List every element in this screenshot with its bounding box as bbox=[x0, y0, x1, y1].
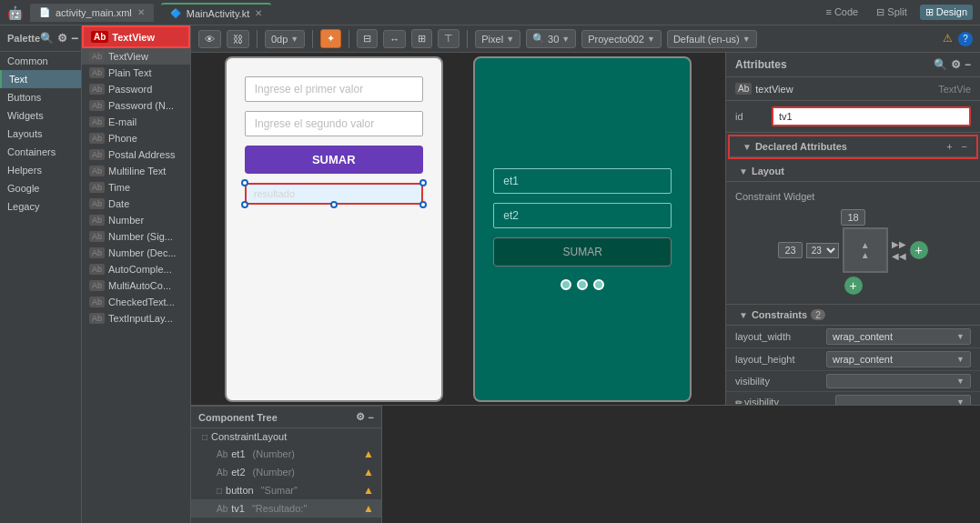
distribute-btn[interactable]: ⊞ bbox=[411, 29, 432, 48]
declared-attributes-header[interactable]: ▼ Declared Attributes + − bbox=[730, 136, 976, 157]
add-bottom-constraint[interactable]: + bbox=[844, 277, 863, 295]
xml-tab-close[interactable]: ✕ bbox=[137, 7, 145, 17]
layout-height-value[interactable]: wrap_content ▼ bbox=[826, 351, 971, 367]
visibility-value[interactable]: ▼ bbox=[826, 374, 971, 388]
widget-item-autocomplete[interactable]: AbAutoComple... bbox=[82, 261, 190, 277]
align-horiz-btn[interactable]: ⊟ bbox=[357, 29, 378, 48]
code-btn[interactable]: ≡ Code bbox=[820, 5, 864, 20]
main-layout: Palette 🔍 ⚙ − CommonTextButtonsWidgetsLa… bbox=[0, 25, 980, 523]
widget-item-label-autocomplete: AutoComple... bbox=[108, 264, 172, 275]
constraints-count-badge: 2 bbox=[811, 309, 825, 320]
tree-item-icon-tv1: Ab bbox=[217, 504, 227, 514]
baseline-btn[interactable]: ⊤ bbox=[438, 29, 460, 48]
visibility2-value[interactable]: ▼ bbox=[835, 395, 971, 405]
widget-item-password[interactable]: AbPassword bbox=[82, 81, 190, 97]
project-dropdown[interactable]: Proyecto002 ▼ bbox=[581, 30, 662, 48]
palette-item-common[interactable]: Common bbox=[0, 52, 81, 70]
declared-minus[interactable]: − bbox=[962, 141, 967, 152]
tree-minus-icon[interactable]: − bbox=[369, 412, 374, 423]
constraints-title: Constraints bbox=[752, 309, 807, 320]
widget-item-date[interactable]: AbDate bbox=[82, 196, 190, 212]
kt-tab-icon: 🔷 bbox=[170, 8, 181, 18]
zoom-dropdown[interactable]: 🔍 30 ▼ bbox=[526, 29, 576, 48]
widget-item-postaladdr[interactable]: AbPostal Address bbox=[82, 146, 190, 163]
tree-item-btn[interactable]: □button"Sumar"▲ bbox=[191, 481, 381, 499]
sumar-label-light: SUMAR bbox=[312, 153, 356, 166]
design-btn[interactable]: ⊞ Design bbox=[920, 5, 973, 20]
palette-item-legacy[interactable]: Legacy bbox=[0, 197, 81, 216]
layout-section-header[interactable]: ▼ Layout bbox=[726, 161, 980, 182]
margin-dropdown[interactable]: 0dp ▼ bbox=[265, 30, 305, 48]
tab-kt[interactable]: 🔷 MainActivity.kt ✕ bbox=[161, 3, 271, 23]
margin-top-value[interactable]: 18 bbox=[841, 209, 864, 226]
widget-item-passwordn[interactable]: AbPassword (N... bbox=[82, 97, 190, 114]
widget-item-multiline[interactable]: AbMultiline Text bbox=[82, 163, 190, 179]
bottom-row: + bbox=[844, 277, 863, 295]
textview-selected-header: Ab TextView bbox=[82, 25, 190, 48]
palette-panel: Palette 🔍 ⚙ − CommonTextButtonsWidgetsLa… bbox=[0, 25, 82, 523]
widget-item-email[interactable]: AbE-mail bbox=[82, 114, 190, 130]
widget-item-time[interactable]: AbTime bbox=[82, 179, 190, 196]
split-btn[interactable]: ⊟ Split bbox=[871, 5, 912, 20]
attr-minus-icon[interactable]: − bbox=[965, 58, 971, 71]
layout-width-row: layout_width wrap_content ▼ bbox=[726, 326, 980, 348]
center-panel: 👁 ⛓ 0dp ▼ ✦ ⊟ ↔ ⊞ ⊤ Pixel ▼ 🔍 30 ▼ bbox=[191, 25, 980, 523]
widget-item-icon-email: Ab bbox=[89, 116, 105, 127]
attr-search-icon[interactable]: 🔍 bbox=[934, 58, 947, 71]
tree-item-et1[interactable]: Abet1(Number)▲ bbox=[191, 445, 381, 463]
palette-item-text[interactable]: Text bbox=[0, 70, 81, 88]
zoom-icon: 🔍 bbox=[532, 33, 545, 45]
android-icon: 🤖 bbox=[7, 5, 23, 20]
tab-xml[interactable]: 📄 activity_main.xml ✕ bbox=[30, 4, 154, 22]
tree-item-tv1[interactable]: Abtv1"Resultado:"▲ bbox=[191, 499, 381, 518]
locale-dropdown[interactable]: Default (en-us) ▼ bbox=[667, 30, 757, 48]
widget-item-numbersig[interactable]: AbNumber (Sig... bbox=[82, 228, 190, 245]
magic-wand-btn[interactable]: ✦ bbox=[320, 29, 341, 48]
margin-left-dropdown[interactable]: 23 bbox=[806, 243, 839, 258]
palette-item-google[interactable]: Google bbox=[0, 179, 81, 197]
add-constraint-btn[interactable]: + bbox=[910, 241, 928, 259]
palette-item-buttons[interactable]: Buttons bbox=[0, 88, 81, 106]
warn-icon[interactable]: ⚠ bbox=[943, 32, 953, 46]
id-input[interactable] bbox=[772, 106, 971, 126]
view-toggle-btn[interactable]: 👁 bbox=[198, 30, 221, 48]
et2-text: et2 bbox=[503, 209, 519, 222]
widget-item-label-textinput: TextInputLay... bbox=[108, 313, 173, 324]
widget-item-icon-multiauto: Ab bbox=[89, 280, 105, 291]
help-icon[interactable]: ? bbox=[958, 32, 973, 46]
constraints-section-header[interactable]: ▼ Constraints 2 bbox=[726, 305, 980, 326]
palette-gear-icon[interactable]: ⚙ bbox=[57, 32, 67, 45]
widget-items-list: AbTextViewAbPlain TextAbPasswordAbPasswo… bbox=[82, 48, 190, 327]
layout-width-value[interactable]: wrap_content ▼ bbox=[826, 328, 971, 345]
widget-item-checkedtext[interactable]: AbCheckedText... bbox=[82, 294, 190, 310]
widget-item-icon-textinput: Ab bbox=[89, 313, 105, 324]
component-tree-header: Component Tree ⚙ − bbox=[191, 407, 381, 428]
connect-btn[interactable]: ⛓ bbox=[227, 30, 249, 48]
palette-search-icon[interactable]: 🔍 bbox=[40, 32, 54, 45]
id-label: id bbox=[735, 111, 763, 122]
margin-left-value[interactable]: 23 bbox=[778, 242, 802, 258]
design-canvas[interactable]: Ingrese el primer valor Ingrese el segun… bbox=[191, 53, 725, 405]
attributes-header: Attributes 🔍 ⚙ − bbox=[726, 53, 980, 77]
tree-gear-icon[interactable]: ⚙ bbox=[356, 411, 365, 423]
attr-gear-icon[interactable]: ⚙ bbox=[951, 58, 961, 71]
tree-item-root[interactable]: □ConstraintLayout bbox=[191, 428, 381, 445]
widget-item-phone[interactable]: AbPhone bbox=[82, 130, 190, 146]
input1-placeholder: Ingrese el primer valor bbox=[245, 76, 423, 102]
tree-item-et2[interactable]: Abet2(Number)▲ bbox=[191, 463, 381, 481]
widget-item-plaintext[interactable]: AbPlain Text bbox=[82, 65, 190, 81]
widget-item-number[interactable]: AbNumber bbox=[82, 212, 190, 228]
align-vert-btn[interactable]: ↔ bbox=[383, 30, 406, 48]
palette-item-layouts[interactable]: Layouts bbox=[0, 125, 81, 143]
palette-item-helpers[interactable]: Helpers bbox=[0, 161, 81, 179]
widget-item-numberdec[interactable]: AbNumber (Dec... bbox=[82, 245, 190, 261]
palette-item-widgets[interactable]: Widgets bbox=[0, 106, 81, 125]
widget-item-multiauto[interactable]: AbMultiAutoCo... bbox=[82, 277, 190, 294]
widget-item-textinput[interactable]: AbTextInputLay... bbox=[82, 310, 190, 327]
kt-tab-close[interactable]: ✕ bbox=[255, 8, 262, 18]
widget-item-textview[interactable]: AbTextView bbox=[82, 48, 190, 65]
palette-minus-icon[interactable]: − bbox=[71, 31, 78, 45]
declared-plus[interactable]: + bbox=[946, 141, 952, 152]
pixel-dropdown[interactable]: Pixel ▼ bbox=[475, 30, 520, 48]
palette-item-containers[interactable]: Containers bbox=[0, 143, 81, 161]
